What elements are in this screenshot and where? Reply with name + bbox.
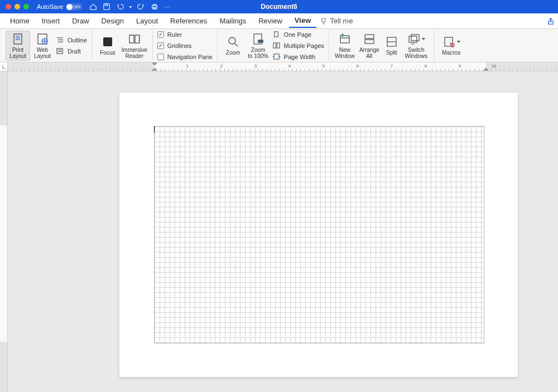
- svg-rect-31: [365, 35, 374, 38]
- immersive-reader-label: Immersive Reader: [122, 47, 147, 59]
- print-layout-label: Print Layout: [9, 47, 26, 59]
- undo-icon[interactable]: [116, 3, 124, 11]
- tab-view[interactable]: View: [289, 14, 316, 28]
- save-icon[interactable]: [103, 3, 110, 11]
- multiple-pages-button[interactable]: Multiple Pages: [271, 41, 325, 50]
- print-layout-icon: [11, 32, 25, 46]
- workspace: [0, 71, 558, 392]
- page[interactable]: [119, 93, 518, 377]
- new-window-button[interactable]: New Window: [333, 31, 357, 61]
- ruler-num: 1: [186, 64, 189, 69]
- outline-draft-column: Outline Draft: [55, 35, 88, 56]
- svg-point-5: [322, 18, 326, 22]
- home-icon[interactable]: [89, 3, 97, 11]
- horizontal-ruler[interactable]: 1 2 3 4 5 6 7 8 9 10: [8, 62, 558, 71]
- document-canvas[interactable]: [8, 71, 558, 392]
- one-page-icon: [272, 31, 281, 38]
- focus-icon: [101, 35, 114, 49]
- arrange-all-button[interactable]: Arrange All: [357, 31, 382, 61]
- svg-rect-28: [273, 54, 278, 59]
- group-immersive: Focus Immersive Reader: [92, 30, 153, 61]
- ruler-corner[interactable]: [0, 62, 8, 71]
- web-layout-icon: [36, 32, 49, 46]
- tab-layout[interactable]: Layout: [131, 14, 163, 27]
- ruler-checkbox[interactable]: Ruler: [156, 30, 214, 39]
- svg-rect-27: [277, 43, 280, 48]
- new-window-icon: [338, 32, 352, 46]
- switch-windows-icon: [407, 32, 421, 46]
- zoom-button[interactable]: Zoom: [221, 31, 246, 61]
- page-width-button[interactable]: Page Width: [271, 52, 325, 61]
- print-icon[interactable]: [151, 3, 158, 11]
- autosave-toggle[interactable]: OFF: [66, 3, 83, 11]
- ruler-num: 3: [254, 64, 257, 69]
- web-layout-button[interactable]: Web Layout: [30, 31, 55, 61]
- macros-button[interactable]: Macros: [438, 31, 465, 61]
- arrange-all-icon: [363, 32, 376, 46]
- outline-button[interactable]: Outline: [55, 35, 88, 45]
- svg-rect-36: [411, 35, 419, 41]
- tab-references[interactable]: References: [165, 14, 213, 27]
- immersive-reader-icon: [128, 32, 141, 46]
- ruler-num: 2: [220, 64, 223, 69]
- switch-windows-button[interactable]: Switch Windows: [402, 31, 431, 61]
- hanging-indent-icon[interactable]: [152, 67, 157, 71]
- tab-mailings[interactable]: Mailings: [214, 14, 252, 27]
- tab-home[interactable]: Home: [4, 14, 35, 27]
- fullscreen-window-button[interactable]: [23, 4, 29, 9]
- svg-rect-32: [365, 40, 374, 43]
- zoom-subcolumn: One Page Multiple Pages Page Width: [271, 30, 325, 61]
- one-page-button[interactable]: One Page: [271, 30, 325, 39]
- minimize-window-button[interactable]: [15, 4, 20, 9]
- one-page-label: One Page: [284, 31, 312, 38]
- text-cursor: [154, 126, 155, 133]
- split-button[interactable]: Split: [382, 31, 402, 61]
- print-layout-button[interactable]: Print Layout: [6, 31, 30, 61]
- macros-label: Macros: [442, 50, 460, 56]
- outline-icon: [56, 36, 64, 43]
- web-layout-label: Web Layout: [34, 47, 51, 59]
- ruler-num: 7: [391, 64, 393, 69]
- zoom-label: Zoom: [226, 50, 240, 56]
- page-width-label: Page Width: [284, 54, 316, 60]
- document-title: Document6: [261, 3, 297, 11]
- tab-design[interactable]: Design: [96, 14, 129, 27]
- svg-rect-7: [14, 34, 22, 44]
- navigation-check-icon: [157, 54, 164, 60]
- focus-label: Focus: [100, 50, 115, 56]
- draft-button[interactable]: Draft: [55, 46, 88, 56]
- tell-me-search[interactable]: Tell me: [320, 17, 353, 25]
- tab-review[interactable]: Review: [253, 14, 288, 27]
- autosave-control[interactable]: AutoSave OFF: [37, 3, 83, 11]
- tab-insert[interactable]: Insert: [36, 14, 66, 27]
- zoom-100-label: Zoom to 100%: [248, 47, 268, 59]
- tell-me-label: Tell me: [330, 17, 353, 25]
- zoom-icon: [227, 35, 240, 49]
- draft-label: Draft: [68, 48, 81, 55]
- focus-button[interactable]: Focus: [95, 31, 120, 61]
- svg-rect-3: [153, 4, 156, 6]
- undo-dropdown-icon[interactable]: ▾: [129, 4, 132, 9]
- right-indent-icon[interactable]: [483, 67, 489, 71]
- gridlines-checkbox[interactable]: Gridlines: [156, 41, 214, 50]
- page-width-icon: [272, 53, 281, 60]
- close-window-button[interactable]: [6, 4, 11, 9]
- group-window: New Window Arrange All Split Switch Wind…: [329, 30, 435, 61]
- qat: ▾ ···: [89, 3, 171, 11]
- ruler-num: 6: [357, 64, 359, 69]
- lightbulb-icon: [320, 17, 328, 25]
- switch-windows-label: Switch Windows: [405, 47, 427, 59]
- vertical-ruler[interactable]: [0, 71, 8, 392]
- first-line-indent-icon[interactable]: [152, 62, 157, 66]
- share-icon[interactable]: [547, 17, 555, 25]
- tab-draw[interactable]: Draw: [66, 14, 94, 27]
- svg-text:100: 100: [258, 40, 263, 43]
- more-qat-icon[interactable]: ···: [164, 3, 171, 10]
- navigation-pane-checkbox[interactable]: Navigation Pane: [156, 52, 214, 61]
- ruler-area: 1 2 3 4 5 6 7 8 9 10: [0, 62, 558, 71]
- zoom-100-button[interactable]: 100 Zoom to 100%: [246, 31, 271, 61]
- switch-windows-dropdown-icon: [422, 38, 425, 40]
- svg-line-21: [235, 43, 238, 46]
- immersive-reader-button[interactable]: Immersive Reader: [120, 31, 149, 61]
- redo-icon[interactable]: [137, 3, 145, 11]
